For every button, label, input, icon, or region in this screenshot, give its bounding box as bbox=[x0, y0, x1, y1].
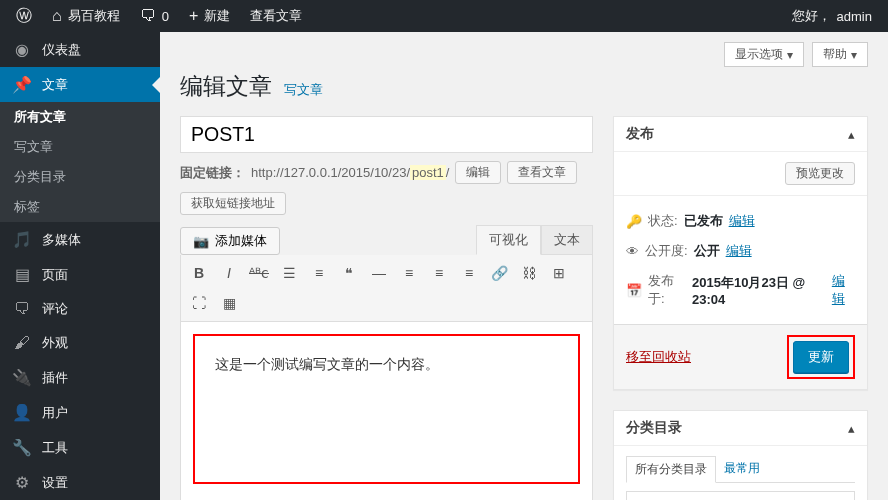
cat-tab-popular[interactable]: 最常用 bbox=[716, 456, 768, 482]
menu-pages[interactable]: ▤页面 bbox=[0, 257, 160, 292]
my-account[interactable]: 您好，admin bbox=[784, 0, 880, 32]
align-right-button[interactable]: ≡ bbox=[455, 259, 483, 287]
toolbar-toggle-button[interactable]: ▦ bbox=[215, 289, 243, 317]
gear-icon: ⚙ bbox=[12, 473, 32, 492]
get-shortlink-button[interactable]: 获取短链接地址 bbox=[180, 192, 286, 215]
menu-tools[interactable]: 🔧工具 bbox=[0, 430, 160, 465]
menu-comments[interactable]: 🗨评论 bbox=[0, 292, 160, 326]
menu-dashboard[interactable]: ◉仪表盘 bbox=[0, 32, 160, 67]
page-title: 编辑文章 bbox=[180, 71, 272, 102]
permalink-slug: post1 bbox=[410, 165, 446, 180]
key-icon: 🔑 bbox=[626, 214, 642, 229]
comments-icon: 🗨 bbox=[12, 300, 32, 318]
italic-button[interactable]: I bbox=[215, 259, 243, 287]
align-left-button[interactable]: ≡ bbox=[395, 259, 423, 287]
chevron-down-icon: ▾ bbox=[851, 48, 857, 62]
permalink-url: http://127.0.0.1/2015/10/23/post1/ bbox=[251, 165, 449, 180]
menu-plugins[interactable]: 🔌插件 bbox=[0, 360, 160, 395]
preview-button[interactable]: 预览更改 bbox=[785, 162, 855, 185]
menu-settings[interactable]: ⚙设置 bbox=[0, 465, 160, 500]
camera-icon: 📷 bbox=[193, 234, 209, 249]
bullet-list-button[interactable]: ☰ bbox=[275, 259, 303, 287]
submenu-tags[interactable]: 标签 bbox=[0, 192, 160, 222]
update-button[interactable]: 更新 bbox=[793, 341, 849, 373]
user-icon: 👤 bbox=[12, 403, 32, 422]
link-button[interactable]: 🔗 bbox=[485, 259, 513, 287]
hr-button[interactable]: — bbox=[365, 259, 393, 287]
tab-text[interactable]: 文本 bbox=[541, 225, 593, 255]
page-icon: ▤ bbox=[12, 265, 32, 284]
content-area: 显示选项 ▾ 帮助 ▾ 编辑文章 写文章 固定链接： http://127.0.… bbox=[160, 32, 888, 500]
username: admin bbox=[837, 9, 872, 24]
submenu-categories[interactable]: 分类目录 bbox=[0, 162, 160, 192]
add-media-button[interactable]: 📷添加媒体 bbox=[180, 227, 280, 255]
site-link[interactable]: ⌂易百教程 bbox=[44, 0, 128, 32]
media-icon: 🎵 bbox=[12, 230, 32, 249]
unlink-button[interactable]: ⛓ bbox=[515, 259, 543, 287]
view-post-link[interactable]: 查看文章 bbox=[242, 0, 310, 32]
add-new-link[interactable]: 写文章 bbox=[284, 81, 323, 99]
edit-visibility-link[interactable]: 编辑 bbox=[726, 242, 752, 260]
menu-users[interactable]: 👤用户 bbox=[0, 395, 160, 430]
trash-link[interactable]: 移至回收站 bbox=[626, 348, 691, 366]
menu-posts[interactable]: 📌文章 bbox=[0, 67, 160, 102]
plus-icon: + bbox=[189, 7, 198, 25]
tab-visual[interactable]: 可视化 bbox=[476, 225, 541, 255]
chevron-up-icon: ▴ bbox=[848, 127, 855, 142]
site-name: 易百教程 bbox=[68, 7, 120, 25]
admin-sidebar: ◉仪表盘 📌文章 所有文章 写文章 分类目录 标签 🎵多媒体 ▤页面 🗨评论 🖌… bbox=[0, 32, 160, 500]
publish-box: 发布 ▴ 预览更改 🔑状态: 已发布 编辑 👁公开度: 公开 编辑 📅发布于: … bbox=[613, 116, 868, 390]
chevron-down-icon: ▾ bbox=[787, 48, 793, 62]
submenu-posts: 所有文章 写文章 分类目录 标签 bbox=[0, 102, 160, 222]
fullscreen-button[interactable]: ⛶ bbox=[185, 289, 213, 317]
editor-toolbar: B I ᴬᴮᴄ ☰ ≡ ❝ — ≡ ≡ ≡ 🔗 ⛓ ⊞ ⛶ ▦ bbox=[180, 255, 593, 322]
screen-options-button[interactable]: 显示选项 ▾ bbox=[724, 42, 804, 67]
brush-icon: 🖌 bbox=[12, 334, 32, 352]
dashboard-icon: ◉ bbox=[12, 40, 32, 59]
category-list: 分类-1 Uncategorized bbox=[626, 491, 855, 500]
comment-icon: 🗨 bbox=[140, 7, 156, 25]
plugin-icon: 🔌 bbox=[12, 368, 32, 387]
categories-box: 分类目录 ▴ 所有分类目录 最常用 分类-1 Uncategorized bbox=[613, 410, 868, 500]
update-highlight: 更新 bbox=[787, 335, 855, 379]
help-button[interactable]: 帮助 ▾ bbox=[812, 42, 868, 67]
admin-bar: ⓦ ⌂易百教程 🗨0 +新建 查看文章 您好，admin bbox=[0, 0, 888, 32]
pin-icon: 📌 bbox=[12, 75, 32, 94]
new-label: 新建 bbox=[204, 7, 230, 25]
menu-appearance[interactable]: 🖌外观 bbox=[0, 326, 160, 360]
home-icon: ⌂ bbox=[52, 7, 62, 25]
view-post-button[interactable]: 查看文章 bbox=[507, 161, 577, 184]
more-button[interactable]: ⊞ bbox=[545, 259, 573, 287]
edit-date-link[interactable]: 编辑 bbox=[832, 272, 855, 308]
publish-box-header[interactable]: 发布 ▴ bbox=[614, 117, 867, 152]
blockquote-button[interactable]: ❝ bbox=[335, 259, 363, 287]
cat-tab-all[interactable]: 所有分类目录 bbox=[626, 456, 716, 483]
permalink-row: 固定链接： http://127.0.0.1/2015/10/23/post1/… bbox=[180, 161, 593, 184]
calendar-icon: 📅 bbox=[626, 283, 642, 298]
edit-status-link[interactable]: 编辑 bbox=[729, 212, 755, 230]
bold-button[interactable]: B bbox=[185, 259, 213, 287]
align-center-button[interactable]: ≡ bbox=[425, 259, 453, 287]
strikethrough-button[interactable]: ᴬᴮᴄ bbox=[245, 259, 273, 287]
eye-icon: 👁 bbox=[626, 244, 639, 259]
submenu-all-posts[interactable]: 所有文章 bbox=[0, 102, 160, 132]
edit-permalink-button[interactable]: 编辑 bbox=[455, 161, 501, 184]
editor-body: 这是一个测试编写文章的一个内容。 bbox=[180, 322, 593, 500]
comments-count: 0 bbox=[162, 9, 169, 24]
menu-media[interactable]: 🎵多媒体 bbox=[0, 222, 160, 257]
wp-logo[interactable]: ⓦ bbox=[8, 0, 40, 32]
comments-link[interactable]: 🗨0 bbox=[132, 0, 177, 32]
tools-icon: 🔧 bbox=[12, 438, 32, 457]
submenu-new-post[interactable]: 写文章 bbox=[0, 132, 160, 162]
chevron-up-icon: ▴ bbox=[848, 421, 855, 436]
new-content[interactable]: +新建 bbox=[181, 0, 238, 32]
categories-box-header[interactable]: 分类目录 ▴ bbox=[614, 411, 867, 446]
post-title-input[interactable] bbox=[180, 116, 593, 153]
wordpress-icon: ⓦ bbox=[16, 6, 32, 27]
numbered-list-button[interactable]: ≡ bbox=[305, 259, 333, 287]
editor-content[interactable]: 这是一个测试编写文章的一个内容。 bbox=[193, 334, 580, 484]
permalink-label: 固定链接： bbox=[180, 164, 245, 182]
